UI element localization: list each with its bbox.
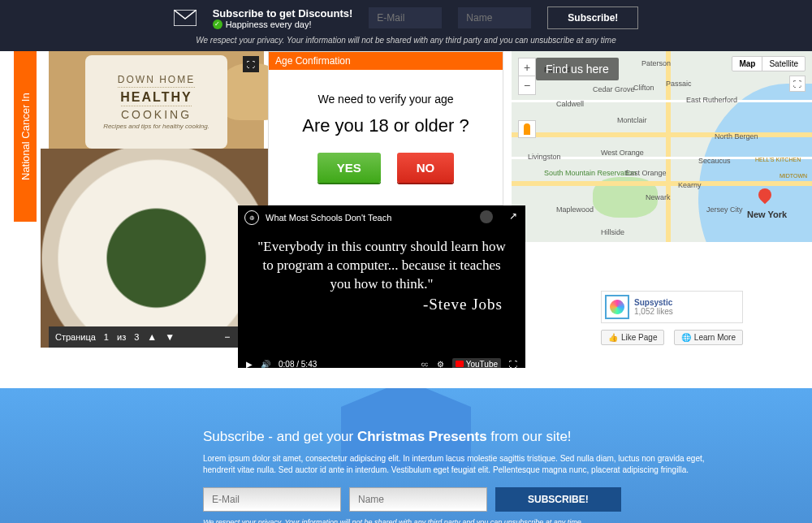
video-quote: "Everybody in this country should learn … — [238, 230, 525, 296]
pdf-prev-icon[interactable]: ▲ — [147, 331, 157, 343]
video-attribution: -Steve Jobs — [238, 296, 525, 318]
fb-learn-more-button[interactable]: 🌐Learn More — [674, 330, 743, 345]
fb-page-logo — [605, 295, 629, 319]
side-tab[interactable]: National Cancer In — [14, 51, 37, 222]
map-type-switch: Map Satellite — [732, 56, 806, 71]
subscribe-headline: Subscribe to get Discounts! — [213, 7, 353, 19]
video-time: 0:08 / 5:43 — [279, 360, 317, 369]
globe-icon: 🌐 — [681, 333, 691, 342]
bottom-privacy-note: We respect your privacy. Your informatio… — [203, 518, 812, 523]
bottom-email-input[interactable] — [203, 487, 341, 512]
bottom-subscribe-section: Subscribe - and get your Christmas Prese… — [0, 388, 812, 523]
thumb-icon: 👍 — [608, 333, 618, 342]
top-privacy-note: We respect your privacy. Your informatio… — [0, 36, 812, 51]
map-zoom-control: + − — [518, 58, 536, 95]
channel-icon: ⊕ — [244, 210, 259, 225]
fb-like-button[interactable]: 👍Like Page — [601, 330, 664, 345]
map-fullscreen-icon[interactable]: ⛶ — [789, 76, 806, 92]
volume-icon[interactable]: 🔊 — [261, 360, 270, 369]
pdf-current-page: 1 — [104, 332, 109, 342]
age-header: Age Confirmation — [269, 52, 503, 70]
fullscreen-icon[interactable]: ⛶ — [509, 360, 517, 369]
fb-page-name[interactable]: Supsystic — [634, 298, 673, 307]
expand-icon[interactable]: ⛶ — [243, 56, 259, 72]
watch-later-icon[interactable] — [480, 210, 493, 223]
pdf-total-pages: 3 — [134, 332, 139, 342]
top-name-input[interactable] — [458, 7, 531, 28]
captions-icon[interactable]: ㏄ — [421, 358, 429, 368]
share-icon[interactable]: ↗ — [509, 210, 517, 222]
cookbook-badge: DOWN HOME HEALTHY COOKING Recipes and ti… — [85, 55, 227, 149]
top-subscribe-bar: Subscribe to get Discounts! ✓ Happiness … — [0, 0, 812, 36]
map-caption: Find us here — [536, 58, 619, 80]
age-question: Are you 18 or older ? — [277, 115, 495, 136]
cookbook-panel: DOWN HOME HEALTHY COOKING Recipes and ti… — [49, 51, 264, 348]
pegman-icon[interactable] — [518, 120, 536, 138]
settings-icon[interactable]: ⚙ — [437, 360, 444, 369]
pdf-page-label: Страница — [55, 332, 96, 342]
age-no-button[interactable]: NO — [397, 153, 455, 183]
pdf-toolbar: Страница 1 из 3 ▲ ▼ − + » — [49, 326, 264, 348]
age-yes-button[interactable]: YES — [317, 153, 381, 183]
top-subscribe-button[interactable]: Subscribe! — [547, 6, 638, 29]
map-type-map[interactable]: Map — [732, 57, 762, 71]
map-panel[interactable]: Paterson Clifton Passaic Caldwell Montcl… — [512, 51, 812, 242]
zoom-out-icon[interactable]: − — [224, 331, 230, 343]
map-zoom-out-button[interactable]: − — [519, 76, 535, 94]
map-zoom-in-button[interactable]: + — [519, 58, 535, 76]
envelope-icon — [174, 10, 197, 26]
age-verify-text: We need to verify your age — [277, 93, 495, 106]
age-confirmation-panel: Age Confirmation We need to verify your … — [268, 51, 503, 205]
pdf-next-icon[interactable]: ▼ — [165, 331, 175, 343]
bottom-subscribe-button[interactable]: SUBSCRIBE! — [495, 487, 621, 512]
facebook-widget: Supsystic 1,052 likes 👍Like Page 🌐Learn … — [601, 291, 743, 345]
video-panel[interactable]: ⊕ What Most Schools Don't Teach ↗ "Every… — [238, 205, 525, 368]
map-type-satellite[interactable]: Satellite — [762, 57, 805, 71]
video-title: What Most Schools Don't Teach — [266, 213, 391, 223]
play-icon[interactable]: ▶ — [246, 360, 253, 369]
youtube-logo-icon[interactable]: YouTube — [452, 358, 501, 369]
bottom-title: Subscribe - and get your Christmas Prese… — [203, 429, 812, 445]
subscribe-tagline: ✓ Happiness every day! — [213, 19, 353, 29]
check-icon: ✓ — [213, 19, 222, 29]
bottom-description: Lorem ipsum dolor sit amet, consectetur … — [203, 453, 706, 476]
fb-likes-count: 1,052 likes — [634, 307, 673, 316]
bottom-name-input[interactable] — [349, 487, 487, 512]
top-email-input[interactable] — [369, 7, 442, 28]
